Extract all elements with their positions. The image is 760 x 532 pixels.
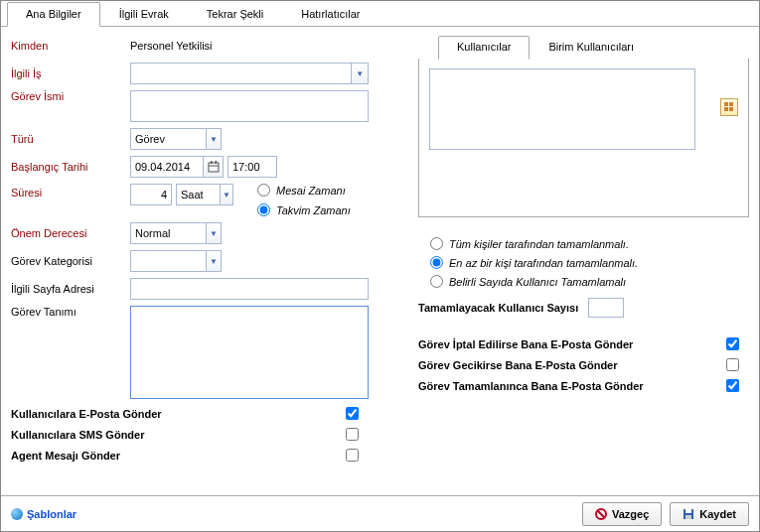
save-icon — [683, 508, 694, 520]
combo-duration-unit[interactable]: ▼ — [176, 184, 233, 205]
label-from: Kimden — [11, 40, 130, 52]
label-on-cancel: Görev İptal Edilirse Bana E-Posta Gönder — [418, 338, 633, 350]
svg-rect-11 — [685, 509, 691, 513]
combo-task-category[interactable]: ▼ — [130, 250, 222, 272]
radio-completion-all[interactable] — [430, 237, 443, 250]
save-button[interactable]: Kaydet — [670, 502, 749, 526]
radio-completion-count[interactable] — [430, 275, 443, 288]
task-name-input[interactable] — [130, 90, 369, 122]
duration-value-input[interactable] — [130, 184, 172, 205]
dropdown-icon[interactable]: ▼ — [220, 185, 232, 204]
combo-related-work[interactable]: ▼ — [130, 63, 369, 84]
label-start-date: Başlangıç Tarihi — [11, 161, 130, 173]
task-category-input[interactable] — [131, 253, 206, 269]
label-importance: Önem Derecesi — [11, 227, 130, 239]
svg-rect-6 — [724, 107, 728, 111]
checkbox-send-sms-users[interactable] — [346, 428, 359, 441]
tab-birim-kullanicilari[interactable]: Birim Kullanıcıları — [530, 36, 653, 60]
dropdown-icon[interactable]: ▼ — [206, 251, 221, 271]
task-dialog: Ana Bilgiler İlgili Evrak Tekrar Şekli H… — [0, 0, 760, 532]
label-on-delay: Görev Gecikirse Bana E-Posta Gönder — [418, 359, 618, 371]
svg-rect-0 — [209, 163, 219, 172]
combo-type[interactable]: ▼ — [130, 128, 222, 150]
svg-rect-2 — [211, 161, 213, 164]
related-page-input[interactable] — [130, 278, 369, 300]
svg-rect-3 — [215, 161, 217, 164]
dropdown-icon[interactable]: ▼ — [351, 64, 368, 83]
label-takvim-zamani: Takvim Zamanı — [276, 204, 351, 216]
checkbox-send-agent-msg[interactable] — [346, 449, 359, 462]
label-related-work: İlgili İş — [11, 67, 130, 79]
svg-rect-12 — [685, 515, 691, 519]
label-completion-all: Tüm kişiler tarafından tamamlanmalı. — [449, 238, 629, 250]
cancel-button[interactable]: Vazgeç — [582, 502, 662, 526]
globe-icon — [11, 508, 23, 520]
tab-tekrar-sekli[interactable]: Tekrar Şekli — [188, 2, 282, 27]
cancel-label: Vazgeç — [612, 508, 649, 520]
svg-rect-4 — [724, 102, 728, 106]
save-label: Kaydet — [699, 508, 736, 520]
combo-importance[interactable]: ▼ — [130, 222, 222, 244]
checkbox-send-email-users[interactable] — [346, 407, 359, 420]
label-duration: Süresi — [11, 184, 130, 199]
start-time-input[interactable] — [228, 156, 277, 178]
related-work-input[interactable] — [131, 66, 351, 81]
label-mesai-zamani: Mesai Zamanı — [276, 185, 346, 197]
tab-ana-bilgiler[interactable]: Ana Bilgiler — [7, 2, 100, 27]
svg-rect-7 — [729, 107, 733, 111]
checkbox-on-cancel[interactable] — [726, 337, 739, 350]
checkbox-on-complete[interactable] — [726, 379, 739, 392]
label-task-name: Görev İsmi — [11, 90, 130, 102]
dropdown-icon[interactable]: ▼ — [206, 223, 221, 243]
calendar-button[interactable] — [204, 156, 224, 178]
checkbox-on-delay[interactable] — [726, 358, 739, 371]
label-send-agent-msg: Agent Mesajı Gönder — [11, 450, 120, 462]
completion-count-input[interactable] — [588, 298, 624, 318]
label-completion-count: Belirli Sayıda Kullanıcı Tamamlamalı — [449, 276, 626, 288]
label-task-desc: Görev Tanımı — [11, 306, 130, 318]
calendar-icon — [208, 161, 220, 173]
task-desc-input[interactable] — [130, 306, 369, 399]
svg-line-9 — [598, 510, 604, 516]
grid-icon — [724, 102, 734, 112]
add-user-button[interactable] — [720, 98, 738, 116]
value-from: Personel Yetkilisi — [130, 40, 213, 52]
tab-ilgili-evrak[interactable]: İlgili Evrak — [100, 2, 188, 27]
label-on-complete: Görev Tamamlanınca Bana E-Posta Gönder — [418, 380, 644, 392]
label-type: Türü — [11, 133, 130, 145]
tab-kullanicilar[interactable]: Kullanıcılar — [438, 36, 530, 60]
dialog-footer: Şablonlar Vazgeç Kaydet — [1, 495, 759, 531]
tab-hatirlaticilar[interactable]: Hatırlatıcılar — [282, 2, 379, 27]
label-completion-one: En az bir kişi tarafından tamamlanmalı. — [449, 257, 638, 269]
label-completion-count-value: Tamamlayacak Kullanıcı Sayısı — [418, 302, 578, 314]
cancel-icon — [595, 508, 607, 520]
users-listbox[interactable] — [429, 68, 695, 150]
label-task-category: Görev Kategorisi — [11, 255, 130, 267]
templates-label: Şablonlar — [27, 508, 76, 520]
svg-rect-5 — [729, 102, 733, 106]
main-tabs: Ana Bilgiler İlgili Evrak Tekrar Şekli H… — [1, 1, 759, 27]
radio-mesai-zamani[interactable] — [257, 184, 270, 197]
label-send-email-users: Kullanıcılara E-Posta Gönder — [11, 408, 162, 420]
user-tabs-group: Kullanıcılar Birim Kullanıcıları — [418, 35, 749, 217]
dropdown-icon[interactable]: ▼ — [206, 129, 221, 149]
radio-completion-one[interactable] — [430, 256, 443, 269]
duration-unit-input[interactable] — [177, 187, 220, 202]
label-related-page: İlgili Sayfa Adresi — [11, 283, 130, 295]
templates-link[interactable]: Şablonlar — [11, 508, 76, 520]
type-input[interactable] — [131, 131, 206, 147]
importance-input[interactable] — [131, 225, 206, 241]
label-send-sms-users: Kullanıcılara SMS Gönder — [11, 429, 144, 441]
start-date-input[interactable] — [130, 156, 204, 178]
radio-takvim-zamani[interactable] — [257, 203, 270, 216]
